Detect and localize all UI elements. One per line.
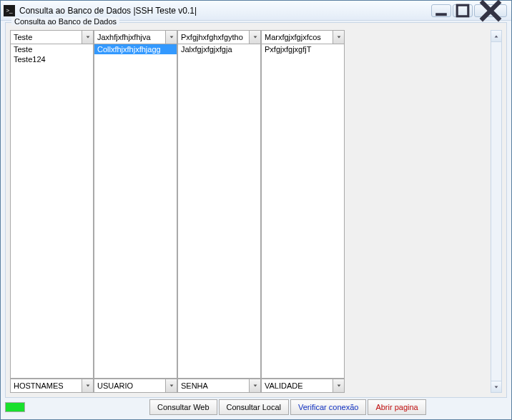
maximize-button[interactable]: [453, 4, 473, 17]
chevron-down-icon: [336, 34, 342, 40]
scroll-down-button[interactable]: [491, 381, 501, 392]
scroll-up-button[interactable]: [491, 31, 501, 42]
minimize-icon: [432, 1, 451, 20]
window-title: Consulta ao Banco de Dados |SSH Teste v0…: [19, 6, 431, 16]
column-footer-combo[interactable]: VALIDADE: [261, 379, 345, 393]
combo-value: SENHA: [181, 381, 208, 390]
list-item[interactable]: Teste124: [11, 54, 93, 64]
chevron-down-icon: [169, 34, 174, 40]
chevron-down-icon: [252, 34, 258, 40]
chevron-down-icon: [169, 383, 174, 389]
verificar-conexao-button[interactable]: Verificar conexão: [290, 399, 366, 415]
column-0: TesteTesteTeste124HOSTNAMES: [10, 30, 94, 393]
window-controls: [431, 4, 507, 17]
columns-container: TesteTesteTeste124HOSTNAMESJaxhfjxfhjxfh…: [10, 30, 502, 393]
combo-arrow[interactable]: [249, 379, 260, 392]
combo-value: Jaxhfjxfhjxfhjva: [97, 33, 151, 41]
abrir-pagina-button[interactable]: Abrir pagina: [368, 399, 425, 415]
svg-rect-1: [457, 5, 468, 16]
app-icon: >_: [4, 5, 15, 16]
vertical-scrollbar[interactable]: [491, 30, 502, 393]
list-item[interactable]: Collxfhjxfhjxfhjagg: [94, 44, 177, 54]
column-footer-combo[interactable]: USUARIO: [94, 379, 177, 393]
combo-arrow[interactable]: [165, 379, 177, 392]
combo-arrow[interactable]: [333, 31, 344, 44]
consultar-local-button[interactable]: Consultar Local: [219, 399, 289, 415]
column-header-combo[interactable]: Jaxhfjxfhjxfhjva: [94, 30, 177, 44]
column-listbox[interactable]: Jalxfgjxfgjxfgja: [177, 44, 261, 379]
chevron-down-icon: [252, 383, 258, 389]
progress-fill: [6, 403, 24, 411]
column-listbox[interactable]: TesteTeste124: [10, 44, 94, 379]
combo-arrow[interactable]: [333, 379, 344, 392]
chevron-down-icon: [336, 383, 342, 389]
group-box: Consulta ao Banco de Dados TesteTesteTes…: [5, 22, 507, 398]
list-item[interactable]: Jalxfgjxfgjxfgja: [178, 44, 260, 54]
combo-arrow[interactable]: [249, 31, 260, 44]
close-button[interactable]: [474, 4, 507, 17]
chevron-down-icon: [85, 34, 91, 40]
maximize-icon: [453, 1, 472, 20]
progress-bar: [5, 402, 25, 412]
list-item[interactable]: Teste: [11, 44, 93, 54]
column-footer-combo[interactable]: SENHA: [177, 379, 261, 393]
combo-arrow[interactable]: [82, 31, 93, 44]
main-window: >_ Consulta ao Banco de Dados |SSH Teste…: [0, 0, 512, 420]
combo-arrow[interactable]: [82, 379, 93, 392]
action-buttons: Consultar Web Consultar Local Verificar …: [28, 399, 507, 415]
combo-value: Marxfgjxfgjxfcos: [265, 33, 321, 41]
list-item[interactable]: PxfgjxfgjxgfjT: [262, 44, 344, 54]
combo-value: VALIDADE: [265, 381, 303, 390]
column-listbox[interactable]: PxfgjxfgjxgfjT: [261, 44, 345, 379]
combo-value: Teste: [14, 33, 32, 41]
minimize-button[interactable]: [431, 4, 451, 17]
client-area: Consulta ao Banco de Dados TesteTesteTes…: [5, 22, 507, 415]
column-1: JaxhfjxfhjxfhjvaCollxfhjxfhjxfhjaggUSUAR…: [94, 30, 177, 393]
combo-value: HOSTNAMES: [14, 381, 64, 390]
column-2: PxfgjhxfghxfgythoJalxfgjxfgjxfgjaSENHA: [177, 30, 261, 393]
combo-value: Pxfgjhxfghxfgytho: [181, 33, 243, 41]
scroll-track[interactable]: [491, 42, 501, 381]
consultar-web-button[interactable]: Consultar Web: [149, 399, 217, 415]
column-3: MarxfgjxfgjxfcosPxfgjxfgjxgfjTVALIDADE: [261, 30, 345, 393]
column-footer-combo[interactable]: HOSTNAMES: [10, 379, 94, 393]
combo-value: USUARIO: [97, 381, 133, 390]
chevron-down-icon: [85, 383, 91, 389]
combo-arrow[interactable]: [165, 31, 177, 44]
column-listbox[interactable]: Collxfhjxfhjxfhjagg: [94, 44, 177, 379]
group-title: Consulta ao Banco de Dados: [11, 17, 119, 26]
column-header-combo[interactable]: Marxfgjxfgjxfcos: [261, 30, 345, 44]
bottom-bar: Consultar Web Consultar Local Verificar …: [5, 398, 507, 415]
column-header-combo[interactable]: Teste: [10, 30, 94, 44]
column-header-combo[interactable]: Pxfgjhxfghxfgytho: [177, 30, 261, 44]
